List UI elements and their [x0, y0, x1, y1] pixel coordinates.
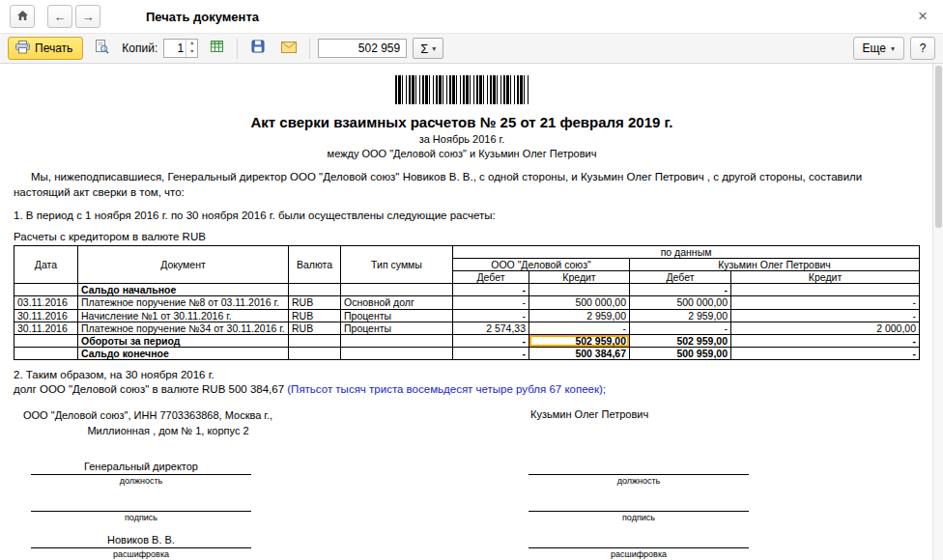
cell[interactable]: Платежное поручение №8 от 03.11.2016 г.: [78, 296, 289, 309]
cell[interactable]: 502 959,00: [630, 334, 731, 347]
copies-label: Копий:: [122, 42, 157, 55]
copies-stepper: ▴ ▾: [163, 39, 198, 58]
cell[interactable]: [341, 347, 453, 359]
table-row: 30.11.2016 Начисление №1 от 30.11.2016 г…: [14, 309, 920, 322]
cell[interactable]: -: [529, 322, 630, 334]
signature-label: расшифровка: [529, 549, 749, 559]
cell[interactable]: [289, 334, 341, 347]
cell[interactable]: [341, 334, 453, 347]
cell[interactable]: -: [453, 309, 529, 322]
cell[interactable]: 2 000,00: [731, 322, 920, 334]
cell[interactable]: RUB: [289, 322, 341, 334]
preview-button[interactable]: [89, 37, 114, 60]
home-button[interactable]: [10, 5, 35, 28]
cell[interactable]: Платежное поручение №34 от 30.11.2016 г.: [78, 322, 289, 334]
email-icon: [281, 40, 297, 57]
spinner-down-icon[interactable]: ▾: [186, 48, 197, 57]
help-icon: ?: [920, 42, 927, 55]
cell[interactable]: 500 000,00: [529, 296, 630, 309]
org-left-line1: ООО "Деловой союз", ИНН 7703363868, Моск…: [23, 408, 313, 424]
signature-block-sign: подпись: [31, 497, 251, 522]
sigma-button[interactable]: Σ ▾: [413, 38, 443, 59]
cell[interactable]: 30.11.2016: [14, 309, 78, 322]
titlebar: ← → Печать документа ×: [0, 0, 943, 33]
print-button[interactable]: Печать: [8, 37, 83, 60]
vertical-scrollbar[interactable]: [932, 64, 943, 560]
signature-line: Генеральный директор: [31, 461, 251, 475]
cell[interactable]: Обороты за период: [78, 334, 289, 347]
signature-column-left: Генеральный директор должность подпись Н…: [31, 449, 251, 559]
cell[interactable]: -: [731, 334, 920, 347]
barcode: [395, 75, 529, 104]
scrollbar-thumb[interactable]: [935, 66, 942, 228]
preview-icon: [95, 40, 109, 58]
signature-block-position: Генеральный директор должность: [31, 461, 251, 486]
signature-line: [31, 497, 251, 512]
close-icon[interactable]: ×: [912, 7, 933, 26]
cell[interactable]: -: [630, 284, 731, 296]
help-button[interactable]: ?: [910, 37, 935, 60]
sum-field[interactable]: [318, 39, 407, 58]
copies-input[interactable]: [164, 40, 186, 57]
signature-label: должность: [529, 476, 749, 486]
sigma-icon: Σ: [420, 42, 428, 56]
clause-period: 1. В период с 1 ноября 2016 г. по 30 ноя…: [14, 210, 910, 221]
cell[interactable]: [529, 284, 630, 296]
arrow-left-icon: ←: [54, 10, 67, 24]
forward-button[interactable]: →: [75, 5, 100, 28]
cell[interactable]: 2 574,33: [453, 322, 529, 334]
cell[interactable]: 500 384,67: [529, 347, 630, 359]
cell[interactable]: [731, 284, 920, 296]
cell[interactable]: 2 959,00: [630, 309, 731, 322]
cell[interactable]: [14, 347, 78, 359]
cell[interactable]: -: [453, 334, 529, 347]
back-button[interactable]: ←: [47, 5, 72, 28]
header-debit: Дебет: [630, 271, 731, 284]
cell[interactable]: Начисление №1 от 30.11.2016 г.: [78, 309, 289, 322]
table-row-balance: Сальдо конечное - 500 384,67 500 959,00 …: [14, 347, 920, 359]
cell[interactable]: 500 000,00: [630, 296, 731, 309]
cell[interactable]: -: [630, 322, 731, 334]
subtitle-parties: между ООО "Деловой союз" и Кузьмин Олег …: [10, 148, 914, 159]
more-button-label: Еще: [863, 42, 886, 55]
cell[interactable]: Сальдо начальное: [78, 284, 289, 296]
cell[interactable]: Основной долг: [341, 296, 453, 309]
cell[interactable]: 2 959,00: [529, 309, 630, 322]
amount-in-words: (Пятьсот тысяч триста восемьдесят четыре…: [287, 383, 606, 395]
cell[interactable]: -: [731, 347, 920, 359]
page-title: Печать документа: [146, 10, 259, 24]
header-group: по данным: [453, 246, 920, 259]
spinner-up-icon[interactable]: ▴: [186, 40, 197, 48]
save-button[interactable]: [245, 37, 271, 60]
cell[interactable]: Проценты: [341, 309, 453, 322]
cell[interactable]: [14, 284, 78, 296]
clause-result: 2. Таким образом, на 30 ноября 2016 г. д…: [14, 368, 910, 397]
email-button[interactable]: [276, 37, 301, 60]
cell[interactable]: -: [453, 284, 529, 296]
cell[interactable]: -: [731, 296, 920, 309]
intro-paragraph: Мы, нижеподписавшиеся, Генеральный дирек…: [14, 169, 910, 200]
cell[interactable]: 500 959,00: [630, 347, 731, 359]
cell[interactable]: [14, 334, 78, 347]
more-button[interactable]: Еще ▾: [853, 37, 904, 60]
cell[interactable]: 03.11.2016: [14, 296, 78, 309]
home-icon: [16, 10, 29, 24]
subtitle-period: за Ноябрь 2016 г.: [10, 133, 914, 145]
selected-cell[interactable]: 502 959,00: [529, 334, 630, 347]
cell[interactable]: [289, 347, 341, 359]
cell[interactable]: [341, 284, 453, 296]
table-settings-button[interactable]: [204, 37, 229, 60]
cell[interactable]: RUB: [289, 309, 341, 322]
cell[interactable]: 30.11.2016: [14, 322, 78, 334]
cell[interactable]: [289, 284, 341, 296]
cell[interactable]: Проценты: [341, 322, 453, 334]
document-area: Акт сверки взаимных расчетов № 25 от 21 …: [0, 64, 943, 560]
cell[interactable]: Сальдо конечное: [78, 347, 289, 359]
signatures: Генеральный директор должность подпись Н…: [10, 449, 914, 559]
cell[interactable]: -: [453, 347, 529, 359]
cell[interactable]: -: [453, 296, 529, 309]
cell[interactable]: -: [731, 309, 920, 322]
chevron-down-icon: ▾: [891, 44, 895, 53]
signature-line: [529, 461, 749, 475]
cell[interactable]: RUB: [289, 296, 341, 309]
